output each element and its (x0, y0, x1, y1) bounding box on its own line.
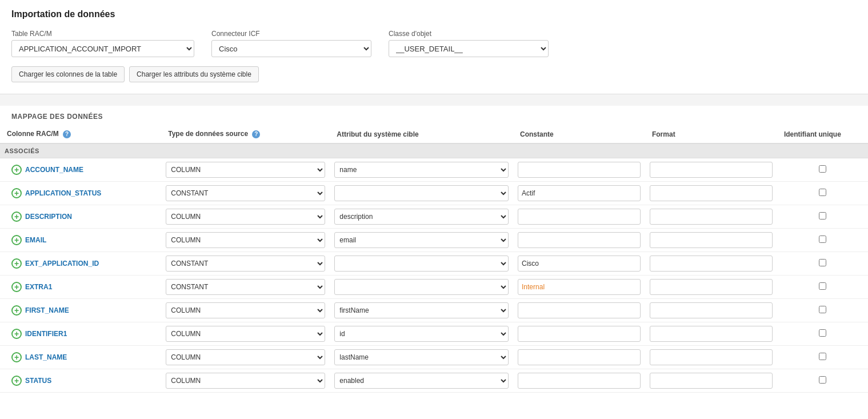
expand-icon[interactable]: + (11, 282, 22, 292)
format-input[interactable] (650, 162, 773, 178)
unique-id-checkbox[interactable] (819, 329, 826, 337)
column-name-text: LAST_NAME (25, 353, 67, 361)
cell-attr: enabled (330, 369, 513, 393)
cell-constant (513, 299, 645, 322)
attr-select[interactable]: name (334, 162, 509, 178)
load-columns-button[interactable]: Charger les colonnes de la table (11, 66, 125, 82)
header-const: Constante (513, 125, 645, 143)
attr-select[interactable]: email (334, 232, 509, 248)
top-section: Importation de données Table RAC/M APPLI… (0, 0, 868, 94)
cell-constant (513, 322, 645, 346)
constant-input[interactable] (518, 349, 641, 365)
help-icon-racm[interactable]: ? (63, 130, 71, 138)
load-attrs-button[interactable]: Charger les attributs du système cible (129, 66, 259, 82)
mapping-section: MAPPAGE DES DONNÉES Colonne RAC/M ? Type… (0, 106, 868, 393)
type-select[interactable]: COLUMNCONSTANT (166, 162, 325, 178)
column-name-text: STATUS (25, 377, 51, 385)
cell-type: COLUMNCONSTANT (161, 346, 330, 369)
table-racm-select[interactable]: APPLICATION_ACCOUNT_IMPORT (11, 40, 194, 57)
cell-column-name: +ACCOUNT_NAME (0, 158, 161, 182)
format-input[interactable] (650, 373, 773, 389)
cell-type: COLUMNCONSTANT (161, 369, 330, 393)
unique-id-checkbox[interactable] (819, 282, 826, 290)
unique-id-checkbox[interactable] (819, 353, 826, 360)
cell-unique-id (777, 299, 868, 322)
header-type: Type de données source ? (161, 125, 330, 143)
type-select[interactable]: COLUMNCONSTANT (166, 349, 325, 365)
type-select[interactable]: COLUMNCONSTANT (166, 209, 325, 225)
constant-input[interactable] (518, 209, 641, 225)
class-object-select[interactable]: __USER_DETAIL__ (389, 40, 549, 57)
format-input[interactable] (650, 185, 773, 201)
format-input[interactable] (650, 232, 773, 248)
attr-select[interactable] (334, 279, 509, 295)
expand-icon[interactable]: + (11, 305, 22, 316)
mapping-table: Colonne RAC/M ? Type de données source ?… (0, 125, 868, 393)
unique-id-checkbox[interactable] (819, 212, 826, 220)
mapping-title: MAPPAGE DES DONNÉES (0, 106, 868, 125)
attr-select[interactable]: description (334, 209, 509, 225)
type-select[interactable]: COLUMNCONSTANT (166, 326, 325, 342)
page-title: Importation de données (11, 9, 857, 19)
type-select[interactable]: COLUMNCONSTANT (166, 185, 325, 201)
expand-icon[interactable]: + (11, 212, 22, 222)
cell-constant (513, 369, 645, 393)
unique-id-checkbox[interactable] (819, 236, 826, 243)
cell-constant (513, 205, 645, 229)
attr-select[interactable]: lastName (334, 349, 509, 365)
expand-icon[interactable]: + (11, 258, 22, 269)
cell-type: COLUMNCONSTANT (161, 299, 330, 322)
unique-id-checkbox[interactable] (819, 376, 826, 384)
format-input[interactable] (650, 279, 773, 295)
expand-icon[interactable]: + (11, 165, 22, 175)
format-input[interactable] (650, 302, 773, 318)
cell-format (645, 346, 777, 369)
cell-format (645, 369, 777, 393)
attr-select[interactable]: firstName (334, 302, 509, 318)
cell-column-name: +EMAIL (0, 229, 161, 252)
attr-select[interactable] (334, 256, 509, 272)
expand-icon[interactable]: + (11, 235, 22, 245)
constant-input[interactable] (518, 326, 641, 342)
cell-attr: id (330, 322, 513, 346)
constant-input[interactable] (518, 279, 641, 295)
format-input[interactable] (650, 209, 773, 225)
help-icon-type[interactable]: ? (252, 130, 260, 138)
type-select[interactable]: COLUMNCONSTANT (166, 256, 325, 272)
cell-column-name: +STATUS (0, 369, 161, 393)
expand-icon[interactable]: + (11, 376, 22, 386)
type-select[interactable]: COLUMNCONSTANT (166, 279, 325, 295)
attr-select[interactable]: id (334, 326, 509, 342)
format-input[interactable] (650, 349, 773, 365)
constant-input[interactable] (518, 162, 641, 178)
constant-input[interactable] (518, 302, 641, 318)
type-select[interactable]: COLUMNCONSTANT (166, 232, 325, 248)
unique-id-checkbox[interactable] (819, 165, 826, 173)
expand-icon[interactable]: + (11, 188, 22, 198)
table-header-row: Colonne RAC/M ? Type de données source ?… (0, 125, 868, 143)
type-select[interactable]: COLUMNCONSTANT (166, 302, 325, 318)
attr-select[interactable]: enabled (334, 373, 509, 389)
attr-select[interactable] (334, 185, 509, 201)
constant-input[interactable] (518, 256, 641, 272)
constant-input[interactable] (518, 373, 641, 389)
type-select[interactable]: COLUMNCONSTANT (166, 373, 325, 389)
cell-type: COLUMNCONSTANT (161, 182, 330, 205)
table-row: +EMAILCOLUMNCONSTANTemail (0, 229, 868, 252)
connector-icf-select[interactable]: Cisco (211, 40, 371, 57)
cell-column-name: +EXT_APPLICATION_ID (0, 252, 161, 276)
expand-icon[interactable]: + (11, 352, 22, 362)
cell-constant (513, 276, 645, 299)
table-row: +FIRST_NAMECOLUMNCONSTANTfirstName (0, 299, 868, 322)
unique-id-checkbox[interactable] (819, 189, 826, 196)
page: Importation de données Table RAC/M APPLI… (0, 0, 868, 419)
format-input[interactable] (650, 326, 773, 342)
table-row: +APPLICATION_STATUSCOLUMNCONSTANT (0, 182, 868, 205)
format-input[interactable] (650, 256, 773, 272)
expand-icon[interactable]: + (11, 329, 22, 339)
cell-format (645, 252, 777, 276)
unique-id-checkbox[interactable] (819, 306, 826, 313)
unique-id-checkbox[interactable] (819, 259, 826, 266)
constant-input[interactable] (518, 232, 641, 248)
constant-input[interactable] (518, 185, 641, 201)
